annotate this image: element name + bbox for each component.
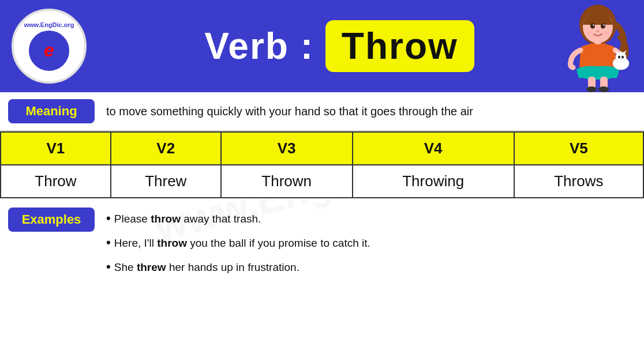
example-2-before: Here, I'll: [114, 237, 157, 249]
example-1-before: Please: [114, 213, 151, 225]
svg-point-15: [621, 56, 624, 59]
table-cell-v5: Throws: [514, 165, 643, 198]
table-cell-v4: Throwing: [353, 165, 514, 198]
table-header-v4: V4: [353, 132, 514, 165]
header-section: www.EngDic.org e Verb : Throw: [0, 0, 644, 92]
header-title: Verb : Throw: [204, 20, 474, 72]
verb-label: Verb :: [204, 25, 325, 67]
example-2-after: you the ball if you promise to catch it.: [187, 237, 370, 249]
verb-forms-table: V1 V2 V3 V4 V5 Throw Threw Thrown Throwi…: [0, 131, 644, 198]
svg-point-14: [618, 56, 620, 59]
meaning-badge: Meaning: [8, 99, 95, 123]
table-header-row: V1 V2 V3 V4 V5: [1, 132, 643, 165]
table-header-v3: V3: [221, 132, 353, 165]
svg-point-19: [586, 86, 597, 92]
logo-letter: e: [44, 40, 54, 61]
example-item-2: Here, I'll throw you the ball if you pro…: [106, 231, 370, 255]
svg-point-8: [604, 31, 609, 35]
table-cell-v2: Threw: [111, 165, 221, 198]
girl-illustration: [557, 0, 638, 92]
meaning-text: to move something quickly with your hand…: [106, 103, 473, 120]
examples-list: Please throw away that trash. Here, I'll…: [106, 206, 370, 278]
svg-point-3: [601, 24, 605, 29]
meaning-section: Meaning to move something quickly with y…: [0, 92, 644, 131]
table-row: Throw Threw Thrown Throwing Throws: [1, 165, 643, 198]
example-item-3: She threw her hands up in frustration.: [106, 255, 370, 279]
examples-section: Examples Please throw away that trash. H…: [0, 198, 644, 286]
svg-point-5: [603, 24, 604, 25]
svg-point-6: [596, 30, 600, 32]
example-1-bold: throw: [151, 213, 181, 225]
content-area: www.EngDic.org Meaning to move something…: [0, 92, 644, 286]
table-header-v1: V1: [1, 132, 111, 165]
logo-inner: e: [29, 31, 69, 71]
content-inner: Meaning to move something quickly with y…: [0, 92, 644, 286]
girl-svg: [560, 3, 635, 92]
svg-point-20: [598, 86, 609, 92]
svg-point-11: [616, 52, 626, 62]
examples-badge: Examples: [8, 208, 95, 232]
table-cell-v3: Thrown: [221, 165, 353, 198]
example-3-before: She: [114, 261, 137, 273]
table-header-v5: V5: [514, 132, 643, 165]
example-item-1: Please throw away that trash.: [106, 206, 370, 231]
example-1-after: away that trash.: [181, 213, 261, 225]
table-cell-v1: Throw: [1, 165, 111, 198]
header-word-box: Throw: [325, 20, 474, 72]
example-3-bold: threw: [137, 261, 166, 273]
example-2-bold: throw: [157, 237, 187, 249]
logo: www.EngDic.org e: [12, 9, 87, 84]
logo-site-text: www.EngDic.org: [24, 21, 74, 29]
table-header-v2: V2: [111, 132, 221, 165]
header-word: Throw: [342, 25, 458, 67]
svg-point-7: [586, 31, 592, 35]
svg-point-4: [593, 24, 594, 25]
svg-point-2: [590, 24, 595, 29]
example-3-after: her hands up in frustration.: [166, 261, 299, 273]
